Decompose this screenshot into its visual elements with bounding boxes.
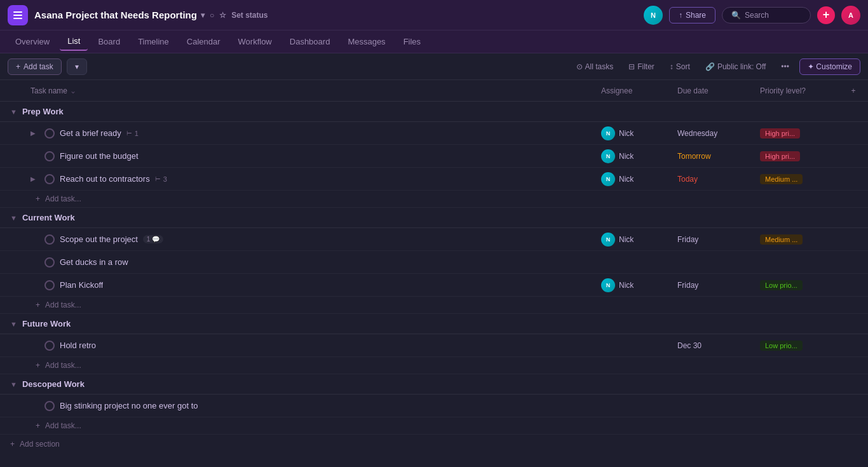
add-task-descoped[interactable]: + Add task...	[0, 417, 868, 435]
section-title: Future Work	[22, 319, 71, 328]
filter-button[interactable]: ⊟ Filter	[623, 60, 660, 74]
task-name-text: Scope out the project	[60, 234, 138, 244]
assignee-name: Nick	[619, 175, 634, 184]
col-sort-icon[interactable]: ⌄	[70, 86, 76, 95]
task-checkbox[interactable]	[44, 341, 55, 351]
add-task-label: Add task...	[45, 301, 81, 309]
avatar-user2[interactable]: A	[841, 6, 860, 25]
add-task-future[interactable]: + Add task...	[0, 357, 868, 374]
avatar-user1[interactable]: N	[644, 6, 663, 25]
add-task-button[interactable]: + Add task	[8, 58, 62, 75]
expand-icon[interactable]: ▶	[31, 175, 39, 182]
task-name-cell: ▶ Get ducks in a row	[5, 257, 596, 267]
sort-label: Sort	[676, 62, 690, 71]
table-row[interactable]: ▶ Get ducks in a row	[0, 251, 868, 274]
customize-button[interactable]: ✦ Customize	[799, 58, 860, 75]
tab-messages[interactable]: Messages	[340, 33, 393, 50]
link-icon: 🔗	[705, 62, 715, 71]
col-header-add[interactable]: +	[844, 86, 863, 95]
status-circle-icon[interactable]: ○	[210, 11, 214, 20]
section-descoped-work[interactable]: ▼ Descoped Work	[0, 374, 868, 395]
dropdown-button[interactable]: ▾	[67, 58, 87, 75]
task-checkbox[interactable]	[44, 128, 55, 139]
task-name-text: Big stinking project no one ever got to	[60, 401, 198, 410]
add-task-current[interactable]: + Add task...	[0, 297, 868, 314]
search-placeholder: Search	[745, 11, 769, 20]
public-link-button[interactable]: 🔗 Public link: Off	[700, 60, 771, 74]
due-cell: Dec 30	[672, 341, 755, 350]
table-row[interactable]: ▶ Figure out the budget N Nick Tomorrow …	[0, 145, 868, 168]
assignee-name: Nick	[619, 281, 634, 290]
collapse-icon: ▼	[10, 108, 17, 116]
tab-workflow[interactable]: Workflow	[231, 33, 280, 50]
section-title: Prep Work	[22, 107, 64, 116]
tab-bar: Overview List Board Timeline Calendar Wo…	[0, 30, 868, 53]
priority-badge: High pri...	[760, 128, 800, 139]
section-current-work[interactable]: ▼ Current Work	[0, 208, 868, 228]
due-cell: Friday	[672, 281, 755, 290]
subtask-count: 1	[135, 130, 139, 137]
set-status-btn[interactable]: Set status	[231, 11, 268, 20]
tab-dashboard[interactable]: Dashboard	[282, 33, 338, 50]
priority-cell: Medium ...	[755, 234, 844, 244]
expand-icon[interactable]: ▶	[31, 130, 39, 137]
col-header-due: Due date	[672, 86, 755, 95]
assignee-cell: N Nick	[596, 172, 672, 186]
task-meta: ⊢ 3	[155, 175, 167, 183]
priority-cell: High pri...	[755, 128, 844, 138]
customize-label: Customize	[816, 62, 852, 71]
add-button[interactable]: +	[817, 6, 835, 24]
all-tasks-button[interactable]: ⊙ All tasks	[571, 60, 619, 74]
tab-board[interactable]: Board	[90, 33, 128, 50]
table-row[interactable]: ▶ Scope out the project 1 💬 N Nick Frida…	[0, 228, 868, 251]
table-row[interactable]: ▶ Reach out to contractors ⊢ 3 N Nick To…	[0, 168, 868, 191]
add-icon: +	[36, 194, 40, 203]
add-icon: +	[36, 361, 40, 370]
task-name-cell: ▶ Plan Kickoff	[5, 280, 596, 290]
col-header-priority: Priority level?	[755, 86, 844, 95]
task-checkbox[interactable]	[44, 174, 55, 184]
tab-timeline[interactable]: Timeline	[130, 33, 177, 50]
tab-list[interactable]: List	[60, 32, 88, 51]
assignee-avatar: N	[601, 149, 615, 163]
share-button[interactable]: ↑ Share	[669, 7, 715, 24]
task-checkbox[interactable]	[44, 401, 55, 411]
table-row[interactable]: ▶ Hold retro Dec 30 Low prio...	[0, 334, 868, 357]
task-checkbox[interactable]	[44, 257, 55, 267]
assignee-avatar: N	[601, 233, 615, 247]
more-options-button[interactable]: •••	[776, 60, 794, 74]
tab-overview[interactable]: Overview	[8, 33, 57, 50]
section-title: Current Work	[22, 213, 75, 222]
table-row[interactable]: ▶ Big stinking project no one ever got t…	[0, 395, 868, 417]
plus-icon: +	[16, 62, 20, 71]
due-cell: Friday	[672, 235, 755, 244]
priority-cell: Low prio...	[755, 341, 844, 350]
table-row[interactable]: ▶ Get a brief ready ⊢ 1 N Nick Wednesday…	[0, 122, 868, 145]
subtask-icon: ⊢	[155, 175, 161, 182]
add-section-button[interactable]: + Add section	[0, 435, 868, 454]
col-header-task: Task name ⌄	[5, 86, 596, 95]
tab-calendar[interactable]: Calendar	[179, 33, 228, 50]
table-header: Task name ⌄ Assignee Due date Priority l…	[0, 80, 868, 102]
menu-icon[interactable]	[8, 5, 28, 25]
table-row[interactable]: ▶ Plan Kickoff N Nick Friday Low prio...	[0, 274, 868, 297]
section-future-work[interactable]: ▼ Future Work	[0, 314, 868, 334]
priority-badge: High pri...	[760, 151, 800, 161]
search-box[interactable]: 🔍 Search	[722, 7, 811, 24]
add-task-prep[interactable]: + Add task...	[0, 191, 868, 208]
svg-rect-2	[13, 18, 22, 19]
search-icon: 🔍	[731, 11, 741, 20]
dropdown-arrow-icon[interactable]: ▾	[201, 11, 205, 20]
assignee-avatar: N	[601, 278, 615, 292]
tab-files[interactable]: Files	[396, 33, 428, 50]
comment-count: 1 💬	[143, 235, 163, 243]
assignee-cell: N Nick	[596, 126, 672, 140]
project-title-area: Asana Project that Needs Reporting ▾ ○ ☆…	[34, 10, 637, 20]
section-prep-work[interactable]: ▼ Prep Work	[0, 102, 868, 122]
task-checkbox[interactable]	[44, 151, 55, 161]
task-name-text: Hold retro	[60, 341, 96, 350]
sort-button[interactable]: ↕ Sort	[665, 60, 695, 74]
task-checkbox[interactable]	[44, 280, 55, 290]
star-icon[interactable]: ☆	[219, 11, 226, 20]
task-checkbox[interactable]	[44, 234, 55, 245]
